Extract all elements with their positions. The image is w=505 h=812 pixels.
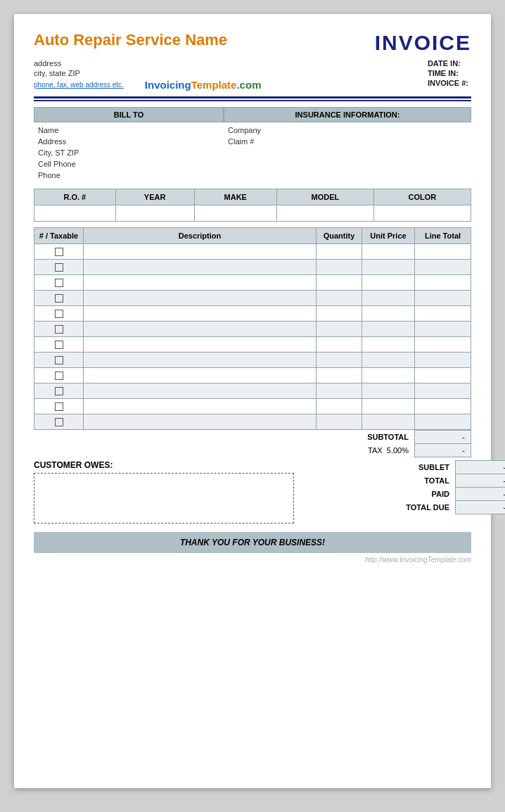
taxable-checkbox[interactable]: [55, 418, 63, 426]
paid-row: PAID -: [301, 488, 505, 501]
taxable-checkbox[interactable]: [55, 294, 63, 303]
city-state-zip: city, state ZIP: [34, 69, 80, 77]
description-cell: [84, 368, 317, 383]
vehicle-color-cell: [373, 205, 471, 222]
invoice-num-row: INVOICE #:: [428, 79, 471, 87]
taxable-checkbox[interactable]: [55, 402, 63, 411]
invoice-title: INVOICE: [375, 31, 471, 55]
phone-link[interactable]: phone, fax, web address etc.: [34, 81, 124, 89]
taxable-checkbox[interactable]: [55, 341, 63, 349]
vehicle-table: R.O. # YEAR MAKE MODEL COLOR: [34, 189, 471, 222]
unit-price-cell: [362, 414, 415, 430]
customer-owes-box[interactable]: [34, 473, 294, 524]
vehicle-make-cell: [194, 205, 276, 222]
taxable-cell: [34, 260, 84, 275]
logo-template: Template: [191, 79, 237, 91]
table-row: [34, 414, 471, 430]
table-row: [34, 383, 471, 399]
items-unitprice-header: Unit Price: [362, 228, 415, 244]
taxable-cell: [34, 322, 84, 337]
tax-label: TAX: [368, 446, 383, 455]
description-cell: [84, 399, 317, 414]
taxable-checkbox[interactable]: [55, 310, 63, 318]
tax-row: TAX 5.00% -: [302, 444, 471, 457]
vehicle-year-cell: [115, 205, 194, 222]
quantity-cell: [317, 414, 362, 430]
unit-price-cell: [362, 291, 415, 306]
sublet-row: SUBLET -: [301, 461, 505, 474]
bill-to-header: BILL TO: [34, 107, 224, 122]
totals-right-section: SUBLET - TOTAL - PAID - TOTAL DUE -: [301, 460, 505, 524]
unit-price-cell: [362, 353, 415, 368]
taxable-checkbox[interactable]: [55, 263, 63, 272]
table-row: [34, 291, 471, 306]
line-total-cell: [415, 291, 471, 306]
total-value: -: [456, 474, 506, 488]
totals-table-bottom: SUBLET - TOTAL - PAID - TOTAL DUE -: [301, 460, 505, 514]
line-total-cell: [415, 353, 471, 368]
unit-price-cell: [362, 337, 415, 353]
table-row: [34, 260, 471, 275]
thank-you-text: THANK YOU FOR YOUR BUSINESS!: [180, 538, 325, 547]
quantity-cell: [317, 260, 362, 275]
taxable-cell: [34, 275, 84, 291]
vehicle-header-row: R.O. # YEAR MAKE MODEL COLOR: [34, 189, 471, 205]
taxable-checkbox[interactable]: [55, 387, 63, 395]
logo-com: .com: [236, 79, 261, 91]
invoice-num-label: INVOICE #:: [428, 79, 468, 87]
bill-insurance-section: BILL TO Name Address City, ST ZIP Cell P…: [34, 107, 471, 183]
quantity-cell: [317, 244, 362, 260]
quantity-cell: [317, 383, 362, 399]
unit-price-cell: [362, 260, 415, 275]
total-label: TOTAL: [301, 474, 456, 488]
line-total-cell: [415, 244, 471, 260]
description-cell: [84, 291, 317, 306]
line-total-cell: [415, 275, 471, 291]
subtotal-row: SUBTOTAL -: [302, 431, 471, 444]
line-total-cell: [415, 368, 471, 383]
items-linetotal-header: Line Total: [415, 228, 471, 244]
unit-price-cell: [362, 306, 415, 322]
description-cell: [84, 353, 317, 368]
description-cell: [84, 244, 317, 260]
right-info: DATE IN: TIME IN: INVOICE #:: [428, 59, 471, 91]
unit-price-cell: [362, 383, 415, 399]
total-due-row: TOTAL DUE -: [301, 501, 505, 514]
quantity-cell: [317, 306, 362, 322]
taxable-checkbox[interactable]: [55, 279, 63, 287]
quantity-cell: [317, 275, 362, 291]
time-in-row: TIME IN:: [428, 69, 471, 77]
table-row: [34, 275, 471, 291]
insurance-header: INSURANCE INFORMATION:: [224, 107, 471, 122]
description-cell: [84, 322, 317, 337]
line-total-cell: [415, 260, 471, 275]
taxable-cell: [34, 291, 84, 306]
bill-address: Address: [38, 136, 219, 147]
insurance-content: Company Claim #: [224, 122, 471, 149]
table-row: [34, 306, 471, 322]
items-taxable-header: # / Taxable: [34, 228, 84, 244]
table-row: [34, 399, 471, 414]
totals-subtotal-section: SUBTOTAL - TAX 5.00% -: [34, 430, 471, 457]
taxable-cell: [34, 383, 84, 399]
total-row: TOTAL -: [301, 474, 505, 488]
taxable-cell: [34, 399, 84, 414]
taxable-checkbox[interactable]: [55, 356, 63, 364]
line-total-cell: [415, 337, 471, 353]
taxable-checkbox[interactable]: [55, 248, 63, 256]
quantity-cell: [317, 322, 362, 337]
phone-row: phone, fax, web address etc. InvoicingTe…: [34, 79, 261, 91]
table-row: [34, 322, 471, 337]
tax-rate: 5.00%: [387, 446, 409, 455]
taxable-checkbox[interactable]: [55, 325, 63, 334]
divider-double: [34, 96, 471, 101]
subtotal-value: -: [415, 431, 471, 444]
table-row: [34, 353, 471, 368]
line-total-cell: [415, 399, 471, 414]
unit-price-cell: [362, 275, 415, 291]
taxable-checkbox[interactable]: [55, 372, 63, 380]
paid-value: -: [456, 488, 506, 501]
vehicle-ro-cell: [34, 205, 116, 222]
items-table: # / Taxable Description Quantity Unit Pr…: [34, 227, 471, 430]
header-middle-row: city, state ZIP: [34, 69, 261, 77]
